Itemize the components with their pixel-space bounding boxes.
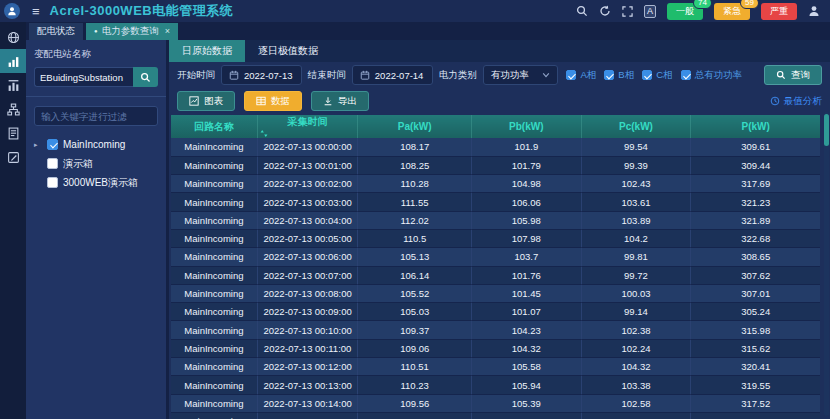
export-button[interactable]: 导出 <box>311 91 369 111</box>
table-row[interactable]: MainIncoming2022-07-13 00:03:00111.55106… <box>171 193 820 211</box>
sidebar-item-reports[interactable] <box>0 121 26 145</box>
table-row[interactable]: MainIncoming2022-07-13 00:13:00110.23105… <box>171 376 820 394</box>
table-row[interactable]: MainIncoming2022-07-13 00:11:00109.06104… <box>171 339 820 357</box>
query-button[interactable]: 查询 <box>764 65 822 85</box>
sidebar-item-overview[interactable] <box>0 25 26 49</box>
topbar: ≡ Acrel-3000WEB电能管理系统 A 一般 74 紧急 59 严重 <box>0 0 830 22</box>
power-category-select[interactable]: 有功功率 <box>483 65 559 85</box>
sidebar-item-power-query[interactable] <box>0 49 26 73</box>
table-cell: 109.37 <box>358 321 472 339</box>
table-cell: MainIncoming <box>171 284 257 302</box>
table-cell: 2022-07-13 00:07:00 <box>257 266 358 284</box>
col-collect-time[interactable]: 采集时间 <box>257 115 358 138</box>
table-row[interactable]: MainIncoming2022-07-13 00:01:00108.25101… <box>171 156 820 174</box>
close-icon[interactable]: × <box>165 26 170 36</box>
station-input[interactable] <box>34 67 133 87</box>
end-date-input[interactable]: 2022-07-14 <box>352 65 433 85</box>
tab-daily-raw-data[interactable]: 日原始数据 <box>169 40 245 62</box>
table-cell: MainIncoming <box>171 193 257 211</box>
query-button-label: 查询 <box>791 69 810 82</box>
search-icon[interactable] <box>576 5 588 17</box>
table-scrollbar[interactable] <box>824 112 829 416</box>
checkbox-unchecked[interactable] <box>47 177 58 188</box>
window-tab-distribution-status[interactable]: 配电状态 <box>29 23 83 40</box>
data-table: 回路名称 采集时间 Pa(kW) Pb(kW) Pc(kW) P(kW) <box>171 115 820 419</box>
fullscreen-icon[interactable] <box>622 6 633 17</box>
station-search-button[interactable] <box>133 67 158 87</box>
menu-toggle-icon[interactable]: ≡ <box>32 4 40 19</box>
start-date-input[interactable]: 2022-07-13 <box>221 65 302 85</box>
phase-b-checkbox[interactable]: B相 <box>604 69 634 82</box>
alarm-badge-urgent[interactable]: 紧急 59 <box>714 3 750 20</box>
tab-daily-extreme-data[interactable]: 逐日极值数据 <box>245 40 331 62</box>
table-row[interactable]: MainIncoming2022-07-13 00:14:00109.56105… <box>171 394 820 412</box>
alarm-badge-general[interactable]: 一般 74 <box>667 3 703 20</box>
checkbox-checked[interactable] <box>604 70 614 80</box>
phase-a-checkbox[interactable]: A相 <box>566 69 596 82</box>
clock-icon <box>770 96 780 106</box>
tree-item-mainincoming[interactable]: ▸ MainIncoming <box>34 135 158 154</box>
tree-item-3000web-demo-box[interactable]: 3000WEB演示箱 <box>34 173 158 192</box>
sidebar-item-devices[interactable] <box>0 97 26 121</box>
alarm-badge-severe[interactable]: 严重 <box>761 3 797 20</box>
table-row[interactable]: MainIncoming2022-07-13 00:06:00105.13103… <box>171 248 820 266</box>
analysis-link-label: 最值分析 <box>784 95 822 108</box>
table-row[interactable]: MainIncoming2022-07-13 00:15:00110.35105… <box>171 412 820 419</box>
table-cell: 2022-07-13 00:15:00 <box>257 412 358 419</box>
tree-filter-input[interactable] <box>34 106 158 126</box>
extreme-analysis-link[interactable]: 最值分析 <box>770 95 822 108</box>
table-row[interactable]: MainIncoming2022-07-13 00:05:00110.5107.… <box>171 229 820 247</box>
tree-item-demo-box[interactable]: 演示箱 <box>34 154 158 173</box>
col-pa: Pa(kW) <box>358 115 472 138</box>
table-cell: 2022-07-13 00:05:00 <box>257 229 358 247</box>
phase-label: A相 <box>580 69 596 82</box>
sidebar-item-maintenance[interactable] <box>0 145 26 169</box>
total-active-power-checkbox[interactable]: 总有功功率 <box>681 69 743 82</box>
table-cell: 100.03 <box>581 284 691 302</box>
checkbox-checked[interactable] <box>642 70 652 80</box>
table-row[interactable]: MainIncoming2022-07-13 00:08:00105.52101… <box>171 284 820 302</box>
table-cell: 2022-07-13 00:08:00 <box>257 284 358 302</box>
user-icon[interactable] <box>808 5 820 17</box>
search-icon <box>776 70 786 80</box>
table-cell: MainIncoming <box>171 266 257 284</box>
refresh-icon[interactable] <box>599 5 611 17</box>
checkbox-checked[interactable] <box>566 70 576 80</box>
phase-c-checkbox[interactable]: C相 <box>642 69 672 82</box>
col-p: P(kW) <box>691 115 820 138</box>
checkbox-checked[interactable] <box>47 139 58 150</box>
table-cell: 102.38 <box>581 321 691 339</box>
table-row[interactable]: MainIncoming2022-07-13 00:04:00112.02105… <box>171 211 820 229</box>
chart-view-button[interactable]: 图表 <box>177 91 235 111</box>
avatar[interactable] <box>4 3 20 19</box>
window-tab-power-param-query[interactable]: ● 电力参数查询 × <box>86 23 178 40</box>
end-time-label: 结束时间 <box>308 69 346 82</box>
col-circuit-name: 回路名称 <box>171 115 257 138</box>
table-cell: MainIncoming <box>171 303 257 321</box>
table-row[interactable]: MainIncoming2022-07-13 00:00:00108.17101… <box>171 138 820 156</box>
sidebar-item-statistics[interactable] <box>0 73 26 97</box>
checkbox-unchecked[interactable] <box>47 158 58 169</box>
tree-caret-icon[interactable]: ▸ <box>34 141 42 149</box>
font-size-icon[interactable]: A <box>644 5 656 18</box>
table-cell: 2022-07-13 00:12:00 <box>257 358 358 376</box>
data-view-button[interactable]: 数据 <box>244 91 302 111</box>
table-cell: 112.02 <box>358 211 472 229</box>
table-row[interactable]: MainIncoming2022-07-13 00:07:00106.14101… <box>171 266 820 284</box>
data-button-label: 数据 <box>271 95 290 108</box>
table-cell: 2022-07-13 00:09:00 <box>257 303 358 321</box>
table-row[interactable]: MainIncoming2022-07-13 00:09:00105.03101… <box>171 303 820 321</box>
table-row[interactable]: MainIncoming2022-07-13 00:12:00110.51105… <box>171 358 820 376</box>
scrollbar-thumb[interactable] <box>824 114 829 146</box>
col-pb: Pb(kW) <box>471 115 581 138</box>
table-cell: 101.45 <box>471 284 581 302</box>
table-cell: MainIncoming <box>171 358 257 376</box>
chart-icon <box>189 96 199 106</box>
active-dot-icon: ● <box>94 28 98 34</box>
table-cell: 105.13 <box>358 248 472 266</box>
end-date-value: 2022-07-14 <box>375 70 424 81</box>
checkbox-checked[interactable] <box>681 70 691 80</box>
table-row[interactable]: MainIncoming2022-07-13 00:02:00110.28104… <box>171 175 820 193</box>
table-cell: 102.43 <box>581 175 691 193</box>
table-row[interactable]: MainIncoming2022-07-13 00:10:00109.37104… <box>171 321 820 339</box>
